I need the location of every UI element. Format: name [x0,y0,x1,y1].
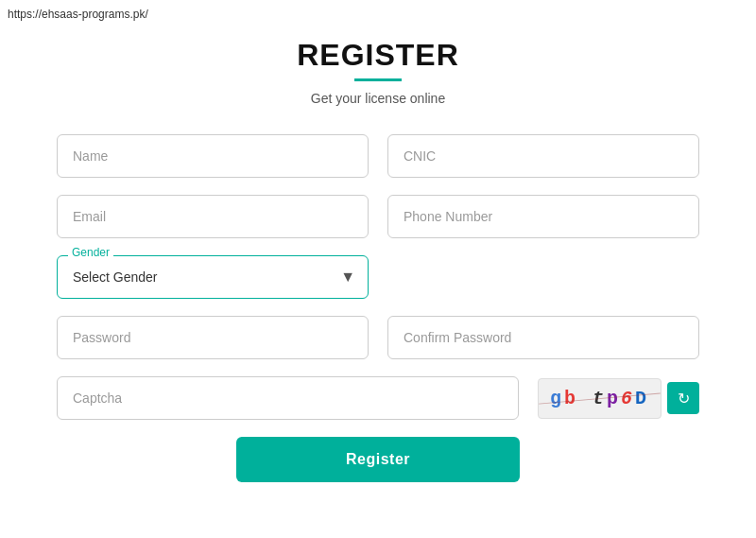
captcha-input[interactable] [57,376,519,420]
row-email-phone [57,195,699,238]
url-bar: https://ehsaas-programs.pk/ [8,8,148,21]
register-button[interactable]: Register [236,437,520,482]
captcha-image: gb tp6D [538,378,662,419]
row-gender: Gender Select Gender Male Female Other ▼ [57,255,699,299]
page-container: REGISTER Get your license online Gender [0,0,756,520]
captcha-char-3: t [578,388,607,409]
gender-row-spacer [387,255,699,299]
page-subtitle: Get your license online [311,91,445,106]
captcha-char-5: 6 [621,388,635,409]
title-underline [354,78,402,81]
phone-field [387,195,699,238]
name-field [57,134,369,178]
gender-label: Gender [68,246,113,259]
captcha-refresh-button[interactable]: ↻ [667,382,699,414]
cnic-input[interactable] [387,134,699,178]
row-captcha: gb tp6D ↻ [57,376,699,420]
gender-field: Gender Select Gender Male Female Other ▼ [57,255,369,299]
password-input[interactable] [57,316,369,359]
captcha-input-field [57,376,519,420]
row-passwords [57,316,699,359]
row-name-cnic [57,134,699,178]
cnic-field [387,134,699,178]
captcha-char-6: D [635,388,649,409]
name-input[interactable] [57,134,369,178]
phone-input[interactable] [387,195,699,238]
registration-form: Gender Select Gender Male Female Other ▼ [57,134,699,482]
gender-select[interactable]: Select Gender Male Female Other [57,255,369,299]
confirm-password-field [387,316,699,359]
captcha-char-4: p [607,388,621,409]
captcha-image-container: gb tp6D ↻ [538,378,699,419]
captcha-char-2: b [564,388,578,409]
page-title: REGISTER [297,38,459,73]
email-input[interactable] [57,195,369,238]
captcha-text: gb tp6D [550,388,649,409]
captcha-char-1: g [550,388,564,409]
email-field [57,195,369,238]
gender-select-wrapper: Select Gender Male Female Other ▼ [57,255,369,299]
confirm-password-input[interactable] [387,316,699,359]
password-field [57,316,369,359]
